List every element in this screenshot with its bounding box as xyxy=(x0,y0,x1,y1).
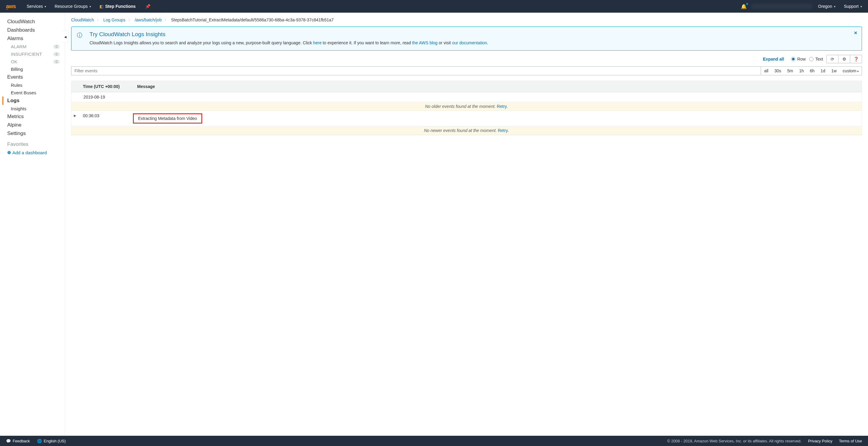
notification-dot xyxy=(746,3,748,5)
refresh-button[interactable]: ⟳ xyxy=(827,55,838,63)
radio-text-label: Text xyxy=(815,57,823,61)
top-nav: aws⌣ Services▾ Resource Groups▾ ◧Step Fu… xyxy=(0,0,868,13)
info-link-docs[interactable]: our documentation xyxy=(452,40,487,45)
chevron-right-icon: 〉 xyxy=(128,18,132,22)
log-entry-message: Extracting Metadata from Video xyxy=(137,113,859,124)
date-group-row: 2019-08-19 xyxy=(71,92,862,102)
gear-icon: ⚙ xyxy=(842,57,846,61)
sidebar-insufficient-state[interactable]: INSUFFICIENT0 xyxy=(2,50,65,58)
sidebar-alarm-state[interactable]: ALARM0 xyxy=(2,43,65,50)
pill-6h[interactable]: 6h xyxy=(807,67,818,75)
view-mode-group: Row Text xyxy=(787,57,823,61)
sidebar-alpine[interactable]: Alpine xyxy=(2,121,65,129)
nav-resource-groups[interactable]: Resource Groups▾ xyxy=(55,4,91,9)
pill-1h[interactable]: 1h xyxy=(796,67,807,75)
close-icon[interactable]: ✕ xyxy=(854,30,858,35)
terms-of-use-link[interactable]: Terms of Use xyxy=(839,439,862,443)
expand-row-toggle[interactable]: ▶ xyxy=(74,113,83,124)
pill-custom[interactable]: custom xyxy=(840,67,862,75)
nav-support[interactable]: Support▾ xyxy=(844,4,862,9)
col-time-header[interactable]: Time (UTC +00:00) xyxy=(81,81,135,92)
no-older-events-row: No older events found at the moment. Ret… xyxy=(71,102,862,111)
chevron-down-icon: ▾ xyxy=(44,5,46,8)
sidebar-events[interactable]: Events xyxy=(2,73,65,82)
retry-older-link[interactable]: Retry xyxy=(497,104,507,109)
account-redacted xyxy=(752,4,812,9)
chevron-down-icon: ▾ xyxy=(861,5,862,8)
help-button[interactable]: ❓ xyxy=(850,55,862,63)
nav-region[interactable]: Oregon▾ xyxy=(818,4,835,9)
pill-30s[interactable]: 30s xyxy=(771,67,784,75)
help-icon: ❓ xyxy=(854,57,859,61)
plus-icon: ⊕ xyxy=(7,150,11,155)
globe-icon: 🌐 xyxy=(37,439,42,443)
chevron-right-icon: 〉 xyxy=(164,18,168,22)
log-entry-row: ▶ 00:36:03 Extracting Metadata from Vide… xyxy=(71,111,862,126)
sidebar-ok-state[interactable]: OK0 xyxy=(2,58,65,65)
controls-row: Expand all Row Text ⟳ ⚙ ❓ xyxy=(71,55,862,63)
chevron-down-icon: ▾ xyxy=(834,5,835,8)
expand-all-link[interactable]: Expand all xyxy=(763,57,784,61)
cube-icon: ◧ xyxy=(99,4,103,9)
col-message-header[interactable]: Message xyxy=(135,81,862,92)
main-content: CloudWatch 〉 Log Groups 〉 /aws/batch/job… xyxy=(65,13,868,436)
breadcrumb-cloudwatch[interactable]: CloudWatch xyxy=(71,18,94,22)
sidebar-insights[interactable]: Insights xyxy=(2,105,65,113)
count-badge: 0 xyxy=(53,60,60,64)
sidebar-metrics[interactable]: Metrics xyxy=(2,113,65,121)
radio-row-label: Row xyxy=(797,57,806,61)
breadcrumb-current: StepsBatchTutorial_ExtractMetadata/defau… xyxy=(171,18,334,22)
pill-all[interactable]: all xyxy=(761,67,771,75)
sidebar-rules[interactable]: Rules xyxy=(2,82,65,89)
filter-events-input[interactable] xyxy=(71,66,761,75)
log-entry-time: 00:36:03 xyxy=(83,113,137,124)
count-badge: 0 xyxy=(53,52,60,56)
table-header: Time (UTC +00:00) Message xyxy=(71,81,862,92)
footer: 💬Feedback 🌐English (US) © 2008 - 2019, A… xyxy=(0,436,868,446)
count-badge: 0 xyxy=(53,44,60,49)
nav-services[interactable]: Services▾ xyxy=(27,4,46,9)
collapse-sidebar-button[interactable]: ◀ xyxy=(62,31,68,43)
breadcrumb-log-group-path[interactable]: /aws/batch/job xyxy=(135,18,162,22)
sidebar-favorites-header: Favorites xyxy=(2,138,65,149)
nav-step-functions[interactable]: ◧Step Functions xyxy=(99,4,135,9)
sidebar-cloudwatch[interactable]: CloudWatch xyxy=(2,18,65,26)
info-link-here[interactable]: here xyxy=(313,40,321,45)
chevron-right-icon: 〉 xyxy=(97,18,100,22)
highlighted-message: Extracting Metadata from Video xyxy=(133,113,202,124)
info-icon: ⓘ xyxy=(77,32,82,46)
info-title: Try CloudWatch Logs Insights xyxy=(90,31,488,38)
privacy-policy-link[interactable]: Privacy Policy xyxy=(808,439,832,443)
pill-5m[interactable]: 5m xyxy=(784,67,796,75)
no-newer-events-row: No newer events found at the moment. Ret… xyxy=(71,126,862,135)
sidebar-alarms[interactable]: Alarms xyxy=(2,34,65,43)
pill-1d[interactable]: 1d xyxy=(818,67,829,75)
radio-row[interactable] xyxy=(791,57,795,61)
feedback-link[interactable]: 💬Feedback xyxy=(6,439,30,443)
sidebar-dashboards[interactable]: Dashboards xyxy=(2,26,65,34)
sidebar-billing[interactable]: Billing xyxy=(2,65,65,73)
info-body: CloudWatch Logs Insights allows you to s… xyxy=(90,39,488,46)
aws-logo[interactable]: aws⌣ xyxy=(6,3,16,10)
filter-row: all 30s 5m 1h 6h 1d 1w custom xyxy=(71,66,862,75)
breadcrumb-log-groups[interactable]: Log Groups xyxy=(103,18,125,22)
sidebar-settings[interactable]: Settings xyxy=(2,129,65,138)
sidebar-logs[interactable]: Logs xyxy=(2,96,65,105)
chat-icon: 💬 xyxy=(6,439,11,443)
log-events-table: Time (UTC +00:00) Message 2019-08-19 No … xyxy=(71,81,862,135)
sidebar-event-buses[interactable]: Event Buses xyxy=(2,89,65,96)
copyright-text: © 2008 - 2019, Amazon Web Services, Inc.… xyxy=(667,439,802,443)
settings-button[interactable]: ⚙ xyxy=(838,55,850,63)
pill-1w[interactable]: 1w xyxy=(828,67,840,75)
retry-newer-link[interactable]: Retry xyxy=(498,128,508,133)
pin-icon[interactable]: 📌 xyxy=(145,4,150,9)
radio-text[interactable] xyxy=(809,57,813,61)
info-banner: ⓘ Try CloudWatch Logs Insights CloudWatc… xyxy=(71,27,862,51)
sidebar: ◀ CloudWatch Dashboards Alarms ALARM0 IN… xyxy=(0,13,65,436)
chevron-down-icon: ▾ xyxy=(90,5,91,8)
notification-bell-icon[interactable]: 🔔 xyxy=(741,4,747,9)
breadcrumb: CloudWatch 〉 Log Groups 〉 /aws/batch/job… xyxy=(71,18,862,22)
language-selector[interactable]: 🌐English (US) xyxy=(37,439,66,443)
info-link-blog[interactable]: the AWS blog xyxy=(412,40,437,45)
add-dashboard-link[interactable]: ⊕Add a dashboard xyxy=(2,149,65,156)
